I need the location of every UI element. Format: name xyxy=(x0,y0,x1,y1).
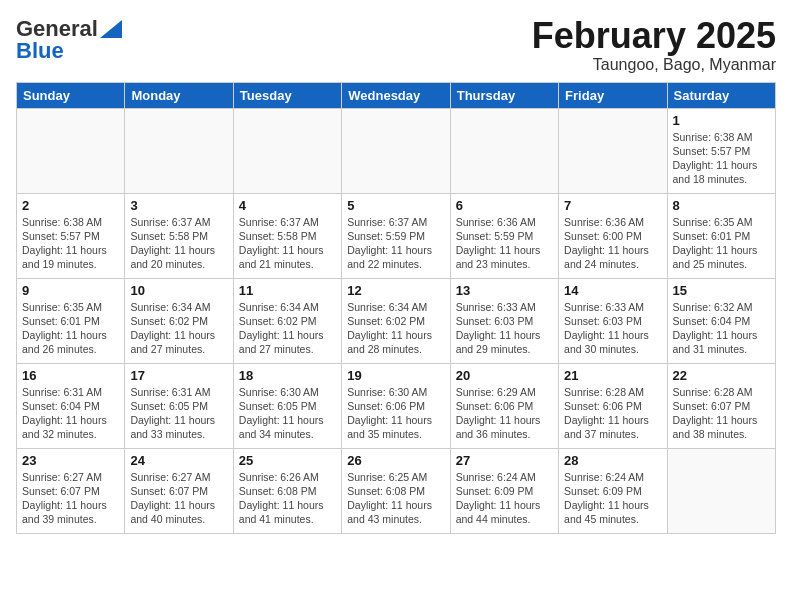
location-title: Taungoo, Bago, Myanmar xyxy=(532,56,776,74)
day-cell: 22Sunrise: 6:28 AM Sunset: 6:07 PM Dayli… xyxy=(667,363,775,448)
day-info: Sunrise: 6:24 AM Sunset: 6:09 PM Dayligh… xyxy=(564,470,661,527)
day-info: Sunrise: 6:37 AM Sunset: 5:58 PM Dayligh… xyxy=(239,215,336,272)
month-title: February 2025 xyxy=(532,16,776,56)
day-cell: 8Sunrise: 6:35 AM Sunset: 6:01 PM Daylig… xyxy=(667,193,775,278)
day-info: Sunrise: 6:32 AM Sunset: 6:04 PM Dayligh… xyxy=(673,300,770,357)
header-thursday: Thursday xyxy=(450,82,558,108)
header-friday: Friday xyxy=(559,82,667,108)
day-number: 23 xyxy=(22,453,119,468)
logo-icon xyxy=(100,20,122,38)
day-number: 28 xyxy=(564,453,661,468)
day-cell xyxy=(125,108,233,193)
logo: General Blue xyxy=(16,16,122,64)
day-cell: 17Sunrise: 6:31 AM Sunset: 6:05 PM Dayli… xyxy=(125,363,233,448)
day-cell: 23Sunrise: 6:27 AM Sunset: 6:07 PM Dayli… xyxy=(17,448,125,533)
week-row-1: 2Sunrise: 6:38 AM Sunset: 5:57 PM Daylig… xyxy=(17,193,776,278)
day-info: Sunrise: 6:26 AM Sunset: 6:08 PM Dayligh… xyxy=(239,470,336,527)
day-info: Sunrise: 6:25 AM Sunset: 6:08 PM Dayligh… xyxy=(347,470,444,527)
day-number: 2 xyxy=(22,198,119,213)
day-number: 10 xyxy=(130,283,227,298)
logo-blue: Blue xyxy=(16,38,64,64)
day-number: 27 xyxy=(456,453,553,468)
day-number: 8 xyxy=(673,198,770,213)
day-number: 15 xyxy=(673,283,770,298)
day-info: Sunrise: 6:29 AM Sunset: 6:06 PM Dayligh… xyxy=(456,385,553,442)
day-info: Sunrise: 6:31 AM Sunset: 6:05 PM Dayligh… xyxy=(130,385,227,442)
day-info: Sunrise: 6:35 AM Sunset: 6:01 PM Dayligh… xyxy=(22,300,119,357)
day-number: 19 xyxy=(347,368,444,383)
day-info: Sunrise: 6:38 AM Sunset: 5:57 PM Dayligh… xyxy=(22,215,119,272)
day-number: 12 xyxy=(347,283,444,298)
day-info: Sunrise: 6:24 AM Sunset: 6:09 PM Dayligh… xyxy=(456,470,553,527)
day-cell: 21Sunrise: 6:28 AM Sunset: 6:06 PM Dayli… xyxy=(559,363,667,448)
day-cell: 13Sunrise: 6:33 AM Sunset: 6:03 PM Dayli… xyxy=(450,278,558,363)
day-info: Sunrise: 6:28 AM Sunset: 6:07 PM Dayligh… xyxy=(673,385,770,442)
day-cell: 2Sunrise: 6:38 AM Sunset: 5:57 PM Daylig… xyxy=(17,193,125,278)
day-cell: 10Sunrise: 6:34 AM Sunset: 6:02 PM Dayli… xyxy=(125,278,233,363)
header: General Blue February 2025 Taungoo, Bago… xyxy=(16,16,776,74)
day-number: 18 xyxy=(239,368,336,383)
day-cell xyxy=(559,108,667,193)
day-cell: 18Sunrise: 6:30 AM Sunset: 6:05 PM Dayli… xyxy=(233,363,341,448)
day-cell: 11Sunrise: 6:34 AM Sunset: 6:02 PM Dayli… xyxy=(233,278,341,363)
day-cell xyxy=(450,108,558,193)
calendar: SundayMondayTuesdayWednesdayThursdayFrid… xyxy=(16,82,776,534)
day-number: 13 xyxy=(456,283,553,298)
day-number: 9 xyxy=(22,283,119,298)
day-cell: 16Sunrise: 6:31 AM Sunset: 6:04 PM Dayli… xyxy=(17,363,125,448)
day-cell: 3Sunrise: 6:37 AM Sunset: 5:58 PM Daylig… xyxy=(125,193,233,278)
day-number: 7 xyxy=(564,198,661,213)
day-number: 3 xyxy=(130,198,227,213)
header-wednesday: Wednesday xyxy=(342,82,450,108)
day-cell: 26Sunrise: 6:25 AM Sunset: 6:08 PM Dayli… xyxy=(342,448,450,533)
day-number: 26 xyxy=(347,453,444,468)
day-cell: 14Sunrise: 6:33 AM Sunset: 6:03 PM Dayli… xyxy=(559,278,667,363)
week-row-3: 16Sunrise: 6:31 AM Sunset: 6:04 PM Dayli… xyxy=(17,363,776,448)
day-cell: 24Sunrise: 6:27 AM Sunset: 6:07 PM Dayli… xyxy=(125,448,233,533)
header-tuesday: Tuesday xyxy=(233,82,341,108)
header-monday: Monday xyxy=(125,82,233,108)
week-row-0: 1Sunrise: 6:38 AM Sunset: 5:57 PM Daylig… xyxy=(17,108,776,193)
day-cell: 12Sunrise: 6:34 AM Sunset: 6:02 PM Dayli… xyxy=(342,278,450,363)
day-cell: 19Sunrise: 6:30 AM Sunset: 6:06 PM Dayli… xyxy=(342,363,450,448)
day-number: 11 xyxy=(239,283,336,298)
day-cell xyxy=(342,108,450,193)
day-info: Sunrise: 6:35 AM Sunset: 6:01 PM Dayligh… xyxy=(673,215,770,272)
day-info: Sunrise: 6:37 AM Sunset: 5:58 PM Dayligh… xyxy=(130,215,227,272)
day-cell: 4Sunrise: 6:37 AM Sunset: 5:58 PM Daylig… xyxy=(233,193,341,278)
day-cell xyxy=(233,108,341,193)
day-number: 24 xyxy=(130,453,227,468)
week-row-4: 23Sunrise: 6:27 AM Sunset: 6:07 PM Dayli… xyxy=(17,448,776,533)
day-number: 6 xyxy=(456,198,553,213)
day-cell: 5Sunrise: 6:37 AM Sunset: 5:59 PM Daylig… xyxy=(342,193,450,278)
day-info: Sunrise: 6:28 AM Sunset: 6:06 PM Dayligh… xyxy=(564,385,661,442)
week-row-2: 9Sunrise: 6:35 AM Sunset: 6:01 PM Daylig… xyxy=(17,278,776,363)
day-number: 14 xyxy=(564,283,661,298)
header-saturday: Saturday xyxy=(667,82,775,108)
day-info: Sunrise: 6:34 AM Sunset: 6:02 PM Dayligh… xyxy=(130,300,227,357)
day-info: Sunrise: 6:34 AM Sunset: 6:02 PM Dayligh… xyxy=(347,300,444,357)
day-number: 1 xyxy=(673,113,770,128)
header-sunday: Sunday xyxy=(17,82,125,108)
day-cell xyxy=(667,448,775,533)
day-number: 21 xyxy=(564,368,661,383)
day-info: Sunrise: 6:34 AM Sunset: 6:02 PM Dayligh… xyxy=(239,300,336,357)
header-row: SundayMondayTuesdayWednesdayThursdayFrid… xyxy=(17,82,776,108)
day-info: Sunrise: 6:27 AM Sunset: 6:07 PM Dayligh… xyxy=(22,470,119,527)
day-number: 22 xyxy=(673,368,770,383)
day-info: Sunrise: 6:33 AM Sunset: 6:03 PM Dayligh… xyxy=(456,300,553,357)
day-number: 4 xyxy=(239,198,336,213)
svg-marker-0 xyxy=(100,20,122,38)
day-cell: 9Sunrise: 6:35 AM Sunset: 6:01 PM Daylig… xyxy=(17,278,125,363)
day-info: Sunrise: 6:30 AM Sunset: 6:05 PM Dayligh… xyxy=(239,385,336,442)
day-info: Sunrise: 6:27 AM Sunset: 6:07 PM Dayligh… xyxy=(130,470,227,527)
day-cell: 15Sunrise: 6:32 AM Sunset: 6:04 PM Dayli… xyxy=(667,278,775,363)
day-number: 20 xyxy=(456,368,553,383)
day-cell: 7Sunrise: 6:36 AM Sunset: 6:00 PM Daylig… xyxy=(559,193,667,278)
day-info: Sunrise: 6:30 AM Sunset: 6:06 PM Dayligh… xyxy=(347,385,444,442)
day-number: 5 xyxy=(347,198,444,213)
day-cell: 1Sunrise: 6:38 AM Sunset: 5:57 PM Daylig… xyxy=(667,108,775,193)
day-number: 25 xyxy=(239,453,336,468)
day-info: Sunrise: 6:36 AM Sunset: 5:59 PM Dayligh… xyxy=(456,215,553,272)
day-info: Sunrise: 6:31 AM Sunset: 6:04 PM Dayligh… xyxy=(22,385,119,442)
